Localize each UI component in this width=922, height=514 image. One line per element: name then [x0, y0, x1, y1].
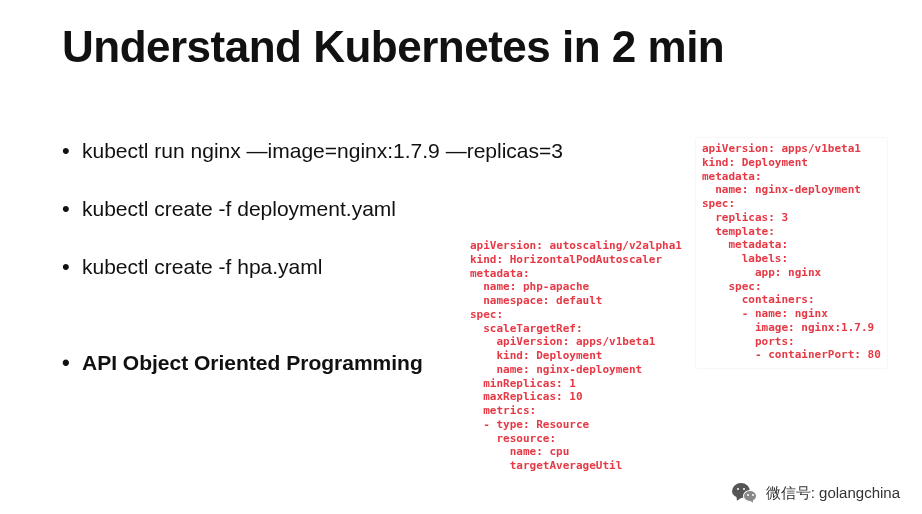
wechat-icon — [732, 482, 758, 504]
footer-label: 微信号: golangchina — [766, 484, 900, 503]
yaml-hpa-snippet: apiVersion: autoscaling/v2alpha1 kind: H… — [470, 239, 682, 473]
footer-watermark: 微信号: golangchina — [732, 482, 900, 504]
slide-title: Understand Kubernetes in 2 min — [62, 22, 724, 72]
bullet-item: kubectl run nginx —image=nginx:1.7.9 —re… — [62, 138, 563, 163]
yaml-deployment-snippet: apiVersion: apps/v1beta1 kind: Deploymen… — [696, 138, 887, 368]
bullet-item: kubectl create -f deployment.yaml — [62, 196, 563, 221]
